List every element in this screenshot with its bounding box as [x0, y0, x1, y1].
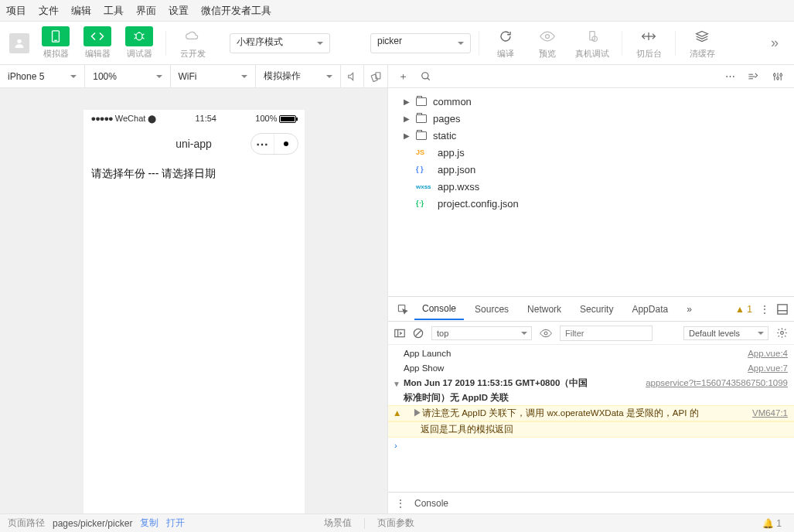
editor-button[interactable]: 编辑器	[79, 25, 116, 61]
menu-wechat-devtools[interactable]: 微信开发者工具	[201, 4, 271, 18]
copy-link[interactable]: 复制	[140, 517, 158, 530]
tab-appdata[interactable]: AppData	[624, 299, 676, 319]
folder-pages[interactable]: ▶pages	[388, 110, 794, 127]
file-app-json[interactable]: { }app.json	[388, 161, 794, 178]
log-line: App Show	[404, 362, 444, 375]
scene-value-label[interactable]: 场景值	[324, 517, 352, 530]
svg-line-35	[416, 330, 421, 336]
search-icon[interactable]	[421, 71, 434, 82]
svg-rect-16	[371, 73, 377, 81]
menu-settings[interactable]: 设置	[169, 4, 189, 18]
log-line: 请注意无 AppID 关联下，调用 wx.operateWXData 是受限的，…	[422, 408, 699, 418]
console-sidebar-icon[interactable]	[394, 329, 405, 338]
tab-security[interactable]: Security	[572, 299, 621, 319]
file-app-wxss[interactable]: wxssapp.wxss	[388, 178, 794, 195]
warning-count[interactable]: ▲ 1	[735, 304, 752, 315]
filter-input[interactable]	[560, 326, 653, 341]
svg-rect-32	[395, 329, 404, 336]
new-file-icon[interactable]: ＋	[396, 70, 410, 84]
folder-icon	[416, 131, 427, 140]
folder-common[interactable]: ▶common	[388, 93, 794, 110]
phone-debug-icon	[578, 26, 606, 46]
log-source-link[interactable]: App.vue:7	[732, 362, 788, 375]
debugger-button[interactable]: 调试器	[121, 25, 158, 61]
open-link[interactable]: 打开	[166, 517, 185, 530]
levels-select[interactable]: Default levels	[683, 326, 768, 340]
tabs-overflow-icon[interactable]: »	[679, 299, 700, 319]
mode-select[interactable]: 小程序模式	[230, 33, 330, 53]
svg-marker-14	[697, 31, 708, 36]
devtools-panel: Console Sources Network Security AppData…	[388, 297, 794, 513]
svg-point-26	[773, 73, 775, 76]
clear-cache-button[interactable]: 清缓存	[683, 25, 721, 61]
drawer-console-tab[interactable]: Console	[414, 498, 448, 509]
log-source-link[interactable]: App.vue:4	[732, 347, 788, 360]
console-output: App LaunchApp.vue:4 App ShowApp.vue:7 ▼M…	[388, 345, 794, 492]
mute-icon[interactable]	[341, 65, 364, 87]
menu-project[interactable]: 项目	[6, 4, 26, 18]
collapse-icon[interactable]	[748, 71, 762, 82]
inspect-icon[interactable]	[394, 301, 411, 318]
page-title: uni-app	[175, 138, 212, 150]
svg-point-0	[17, 39, 21, 43]
console-settings-icon[interactable]	[776, 327, 788, 339]
log-source-link[interactable]: VM647:1	[737, 407, 788, 420]
menu-tools[interactable]: 工具	[104, 4, 124, 18]
zoom-select[interactable]: 100%	[85, 65, 170, 87]
svg-point-36	[544, 332, 547, 335]
file-project-config[interactable]: {⋅}project.config.json	[388, 195, 794, 212]
tree-more-icon[interactable]: ⋯	[723, 70, 737, 82]
notification-icon[interactable]: 🔔 1	[762, 518, 782, 529]
file-app-js[interactable]: JSapp.js	[388, 144, 794, 161]
tab-console[interactable]: Console	[414, 298, 464, 320]
phone-frame: ●●●●● WeChat ⬤ 11:54 100% uni-app ⋯ 请选择年…	[83, 110, 305, 513]
svg-point-3	[136, 32, 142, 40]
avatar[interactable]	[9, 33, 29, 53]
overflow-icon[interactable]: »	[765, 35, 785, 51]
svg-point-28	[780, 73, 782, 76]
clear-console-icon[interactable]	[413, 328, 424, 339]
settings-tree-icon[interactable]	[772, 71, 786, 82]
warning-icon: ▲	[393, 407, 401, 420]
status-bar: 页面路径 pages/picker/picker 复制 打开 场景值 页面参数 …	[0, 513, 794, 532]
remote-debug-button[interactable]: 真机调试	[571, 25, 614, 61]
tab-sources[interactable]: Sources	[467, 299, 516, 319]
preview-button[interactable]: 预览	[529, 25, 566, 61]
simulate-action-select[interactable]: 模拟操作	[256, 65, 341, 87]
capsule-menu-icon[interactable]: ⋯	[251, 134, 274, 154]
cloud-button[interactable]: 云开发	[174, 25, 211, 61]
log-line: Mon Jun 17 2019 11:53:15 GMT+0800（中国	[404, 378, 588, 387]
svg-line-6	[135, 38, 136, 39]
simulator-panel: iPhone 5 100% WiFi 模拟操作 ●●●●● WeChat ⬤ 1…	[0, 65, 388, 513]
folder-icon	[416, 114, 427, 123]
page-params-label[interactable]: 页面参数	[377, 517, 414, 530]
network-select[interactable]: WiFi	[171, 65, 256, 87]
context-select[interactable]: top	[431, 326, 532, 340]
folder-icon	[416, 97, 427, 106]
simulator-button[interactable]: 模拟器	[37, 25, 74, 61]
device-select[interactable]: iPhone 5	[0, 65, 85, 87]
svg-line-5	[142, 34, 144, 36]
switch-bg-icon	[635, 26, 663, 46]
devtools-dock-icon[interactable]	[777, 304, 788, 315]
menu-file[interactable]: 文件	[39, 4, 59, 18]
clock-label: 11:54	[195, 114, 216, 123]
target-select[interactable]: picker	[370, 33, 471, 53]
capsule-close-icon[interactable]	[274, 134, 298, 154]
console-prompt[interactable]: ›	[388, 438, 794, 454]
picker-text[interactable]: 请选择年份 --- 请选择日期	[91, 167, 297, 181]
tab-network[interactable]: Network	[520, 299, 569, 319]
rotate-icon[interactable]	[364, 65, 387, 87]
menu-interface[interactable]: 界面	[136, 4, 156, 18]
log-source-link[interactable]: appservice?t=1560743586750:1099	[630, 377, 788, 390]
eye-icon	[533, 26, 561, 46]
menu-edit[interactable]: 编辑	[71, 4, 91, 18]
log-line: App Launch	[404, 347, 451, 360]
path-label: 页面路径	[8, 517, 45, 530]
live-expr-icon[interactable]	[540, 329, 552, 338]
folder-static[interactable]: ▶static	[388, 127, 794, 144]
background-button[interactable]: 切后台	[630, 25, 667, 61]
drawer-more-icon[interactable]: ⋮	[396, 498, 405, 509]
devtools-more-icon[interactable]: ⋮	[760, 304, 769, 315]
compile-button[interactable]: 编译	[487, 25, 524, 61]
